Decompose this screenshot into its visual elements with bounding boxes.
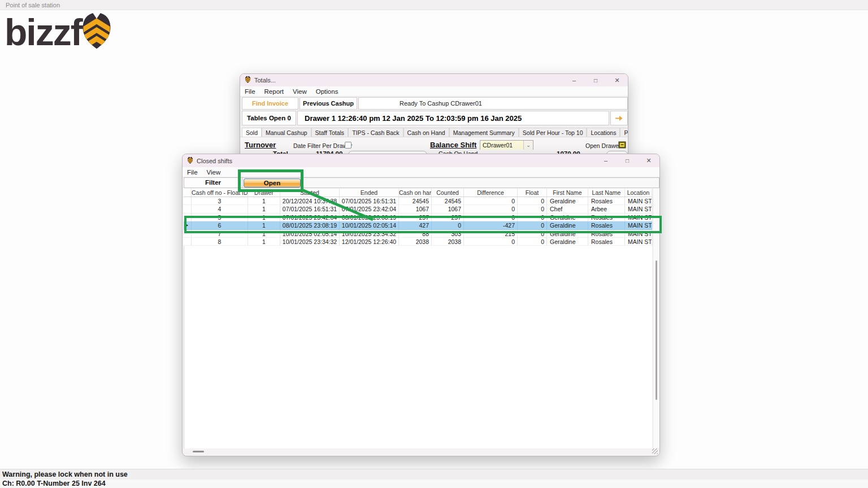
column-header[interactable]: Cash off no - Float ID — [192, 189, 248, 197]
table-row[interactable]: 5107/01/2025 23:42:0408/01/2025 23:08:19… — [184, 213, 652, 221]
close-button[interactable]: ✕ — [606, 74, 628, 86]
table-row-selected[interactable]: 6108/01/2025 23:08:1910/01/2025 02:05:14… — [184, 221, 652, 229]
column-header[interactable]: Location — [625, 189, 652, 197]
drawer-range-banner: Drawer 1 12:26:40 pm 12 Jan 2025 To 12:0… — [297, 111, 609, 125]
cell: -427 — [464, 221, 518, 229]
totals-menu-view[interactable]: View — [293, 88, 307, 95]
tab-management-summary[interactable]: Management Summary — [449, 128, 519, 137]
totals-menu-file[interactable]: File — [245, 88, 255, 95]
maximize-button[interactable]: □ — [585, 74, 606, 86]
table-row[interactable]: 3120/12/2024 10:37:3807/01/2025 16:51:31… — [184, 197, 652, 205]
cell: 20/12/2024 10:37:38 — [280, 197, 340, 205]
totals-tab-strip: SoldManual CashupStaff TotalsTIPS - Cash… — [242, 128, 628, 137]
table-row[interactable]: 8110/01/2025 23:34:3212/01/2025 12:26:40… — [184, 238, 652, 246]
column-header[interactable]: Float — [518, 189, 547, 197]
tab-tips-cash-back[interactable]: TIPS - Cash Back — [348, 128, 403, 137]
cell: 2038 — [432, 238, 464, 246]
column-header[interactable]: Difference — [464, 189, 518, 197]
shifts-menu-file[interactable]: File — [187, 169, 198, 176]
vertical-scrollbar[interactable] — [653, 189, 659, 448]
column-header[interactable]: Cash on hand — [399, 189, 432, 197]
cell: 257 — [399, 213, 432, 221]
totals-titlebar[interactable]: Totals... – □ ✕ — [240, 74, 628, 86]
cell: 1 — [248, 238, 280, 246]
tables-open-button[interactable]: Tables Open 0 — [242, 111, 296, 125]
cell: 07/01/2025 23:42:04 — [340, 205, 399, 213]
vertical-scrollbar-thumb[interactable] — [656, 260, 657, 400]
cell: 1 — [248, 213, 280, 221]
tab-locations[interactable]: Locations — [587, 128, 620, 137]
cell: 1 — [248, 221, 280, 229]
cell: 24545 — [399, 197, 432, 205]
cell: 215 — [464, 230, 518, 238]
totals-menu-report[interactable]: Report — [264, 88, 284, 95]
cell: Arbee — [588, 205, 625, 213]
bizzfo-logo: bizzf — [5, 10, 112, 54]
date-filter-checkbox[interactable] — [345, 142, 351, 149]
maximize-button[interactable]: □ — [617, 154, 638, 167]
closed-shifts-menubar: FileView — [183, 167, 659, 177]
app-bee-icon — [245, 75, 251, 85]
table-header-row: Cash off no - Float IDDrawerStartedEnded… — [184, 189, 652, 197]
tab-manual-cashup[interactable]: Manual Cashup — [262, 128, 311, 137]
cell: 2038 — [399, 238, 432, 246]
cell: 4 — [192, 205, 248, 213]
cell: 1067 — [432, 205, 464, 213]
row-selector-cell — [184, 221, 192, 229]
minimize-button[interactable]: – — [563, 74, 585, 86]
cell: 1 — [248, 197, 280, 205]
cell: 303 — [432, 230, 464, 238]
tab-sold[interactable]: Sold — [242, 128, 262, 137]
cell: 0 — [518, 205, 547, 213]
cell: 0 — [432, 221, 464, 229]
cell: 5 — [192, 213, 248, 221]
table-row[interactable]: 4107/01/2025 16:51:3107/01/2025 23:42:04… — [184, 205, 652, 213]
tab-staff-totals[interactable]: Staff Totals — [311, 128, 349, 137]
cell: 10/01/2025 23:34:32 — [340, 230, 399, 238]
cell: 07/01/2025 23:42:04 — [280, 213, 340, 221]
cell: MAIN STO — [625, 213, 652, 221]
tab-sold-per-hour-top-10[interactable]: Sold Per Hour - Top 10 — [519, 128, 587, 137]
close-button[interactable]: ✕ — [638, 154, 659, 167]
cell: 0 — [464, 197, 518, 205]
chevron-down-icon[interactable]: ⌄ — [523, 141, 533, 150]
shifts-menu-view[interactable]: View — [207, 169, 221, 176]
cell: Rosales — [588, 238, 625, 246]
open-drawer-icon[interactable] — [618, 141, 626, 149]
open-shift-button[interactable]: Open — [244, 178, 301, 188]
tab-cash-on-hand[interactable]: Cash on Hand — [403, 128, 449, 137]
horizontal-scrollbar-thumb[interactable] — [193, 451, 204, 452]
filter-button[interactable]: Filter — [184, 178, 242, 188]
drawer-select-value: CDrawer01 — [483, 142, 513, 149]
horizontal-scrollbar[interactable] — [184, 448, 659, 455]
previous-cashup-button[interactable]: Previous Cashup — [300, 97, 357, 110]
totals-menu-options[interactable]: Options — [316, 88, 338, 95]
column-header[interactable]: Drawer — [248, 189, 280, 197]
row-selector-cell — [184, 205, 192, 213]
column-header[interactable]: Ended — [340, 189, 399, 197]
tab-products-discounted[interactable]: Products Discounted — [620, 128, 628, 137]
column-header[interactable]: Last Name — [588, 189, 625, 197]
shifts-toolbar: Filter Open — [184, 177, 659, 188]
column-header[interactable]: First Name — [547, 189, 588, 197]
column-header[interactable]: Started — [280, 189, 340, 197]
status-warning: Warning, please lock when not in use — [0, 469, 868, 480]
totals-clipped-row: Total 11794.00 Cash On Hand 1070.00 — [240, 150, 628, 154]
cell: 8 — [192, 238, 248, 246]
cell: 88 — [399, 230, 432, 238]
export-button[interactable] — [610, 111, 628, 125]
resize-grip[interactable] — [652, 448, 658, 454]
cell: 0 — [464, 205, 518, 213]
closed-shifts-titlebar[interactable]: Closed shifts – □ ✕ — [183, 154, 659, 167]
cell: 10/01/2025 02:05:14 — [340, 221, 399, 229]
column-header[interactable]: Counted — [432, 189, 464, 197]
totals-menubar: FileReportViewOptions — [240, 86, 628, 97]
cell: 3 — [192, 197, 248, 205]
cell: Chef — [547, 205, 588, 213]
app-bee-icon — [187, 156, 193, 166]
find-invoice-button[interactable]: Find Invoice — [242, 97, 298, 110]
table-row[interactable]: 7110/01/2025 02:05:1410/01/2025 23:34:32… — [184, 230, 652, 238]
minimize-button[interactable]: – — [595, 154, 617, 167]
cell: MAIN STO — [625, 238, 652, 246]
cell: Rosales — [588, 213, 625, 221]
